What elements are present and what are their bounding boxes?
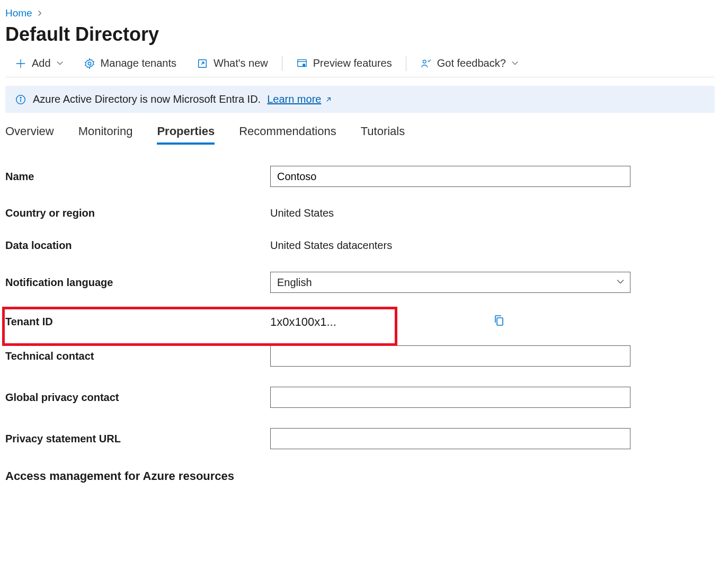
copy-tenant-id-button[interactable] — [493, 314, 505, 329]
gear-icon — [84, 58, 95, 69]
add-button[interactable]: Add — [5, 55, 73, 72]
data-location-label: Data location — [5, 239, 270, 252]
add-label: Add — [32, 57, 51, 69]
global-privacy-contact-input[interactable] — [270, 387, 630, 408]
page-title: Default Directory — [5, 23, 715, 46]
tenant-id-value: 1x0x100x1... — [270, 315, 482, 329]
preview-features-button[interactable]: Preview features — [287, 55, 402, 72]
toolbar-separator — [282, 56, 282, 71]
copy-icon — [493, 314, 505, 327]
name-input[interactable] — [270, 166, 630, 187]
got-feedback-label: Got feedback? — [437, 57, 506, 69]
chevron-down-icon — [511, 57, 519, 69]
info-icon — [15, 94, 26, 105]
toolbar: Add Manage tenants What's new Preview fe… — [5, 55, 715, 77]
info-banner-text: Azure Active Directory is now Microsoft … — [33, 93, 261, 105]
got-feedback-button[interactable]: Got feedback? — [411, 55, 528, 72]
notification-language-select[interactable]: English — [270, 272, 630, 293]
learn-more-label: Learn more — [267, 93, 321, 105]
svg-point-4 — [423, 60, 426, 63]
country-value: United States — [270, 207, 334, 219]
learn-more-link[interactable]: Learn more — [267, 93, 333, 105]
breadcrumb-home-link[interactable]: Home — [5, 7, 32, 19]
svg-rect-7 — [497, 318, 503, 325]
manage-tenants-label: Manage tenants — [101, 57, 176, 69]
properties-form: Name Country or region United States Dat… — [5, 166, 636, 483]
tabs: Overview Monitoring Properties Recommend… — [5, 124, 715, 148]
breadcrumb: Home — [5, 5, 715, 23]
whats-new-label: What's new — [214, 57, 268, 69]
feedback-icon — [420, 58, 432, 69]
whats-new-button[interactable]: What's new — [187, 55, 278, 72]
country-label: Country or region — [5, 207, 270, 219]
chevron-down-icon — [616, 277, 625, 289]
preview-features-label: Preview features — [313, 57, 392, 69]
privacy-statement-url-label: Privacy statement URL — [5, 433, 270, 445]
technical-contact-input[interactable] — [270, 345, 630, 367]
external-link-icon — [197, 58, 208, 69]
access-management-heading: Access management for Azure resources — [5, 469, 636, 483]
svg-point-0 — [88, 62, 91, 65]
notification-language-value: English — [277, 277, 312, 289]
global-privacy-contact-label: Global privacy contact — [5, 391, 270, 404]
name-label: Name — [5, 171, 270, 183]
data-location-value: United States datacenters — [270, 239, 392, 252]
toolbar-separator — [406, 56, 406, 71]
chevron-right-icon — [37, 7, 43, 19]
tab-overview[interactable]: Overview — [5, 124, 54, 145]
svg-point-6 — [20, 97, 21, 98]
privacy-statement-url-input[interactable] — [270, 428, 630, 449]
tab-tutorials[interactable]: Tutorials — [361, 124, 405, 145]
manage-tenants-button[interactable]: Manage tenants — [74, 55, 186, 72]
preview-features-icon — [296, 58, 308, 69]
info-banner: Azure Active Directory is now Microsoft … — [5, 86, 715, 113]
tab-monitoring[interactable]: Monitoring — [78, 124, 133, 145]
chevron-down-icon — [56, 57, 64, 69]
technical-contact-label: Technical contact — [5, 350, 270, 362]
tab-recommendations[interactable]: Recommendations — [239, 124, 336, 145]
notification-language-label: Notification language — [5, 277, 270, 289]
external-link-icon — [324, 95, 333, 104]
plus-icon — [15, 58, 26, 69]
tenant-id-label: Tenant ID — [5, 316, 270, 328]
tab-properties[interactable]: Properties — [157, 124, 215, 145]
